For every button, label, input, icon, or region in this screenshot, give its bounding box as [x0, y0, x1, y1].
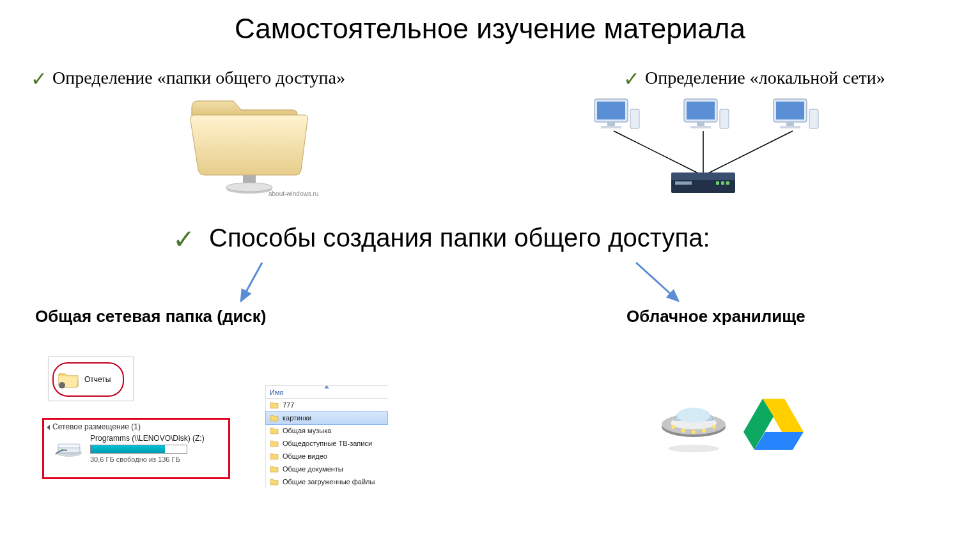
explorer-row-label: Общие загруженные файлы — [283, 478, 375, 486]
folder-share-icon — [58, 370, 81, 389]
folder-icon — [270, 414, 279, 422]
explorer-row: Общие документы — [266, 463, 387, 475]
explorer-row: 777 — [266, 399, 387, 411]
svg-point-42 — [692, 430, 696, 434]
check-icon: ✓ — [31, 70, 47, 89]
explorer-row-label: Общие документы — [283, 465, 343, 473]
svg-line-5 — [703, 131, 793, 176]
check-icon: ✓ — [623, 70, 640, 89]
svg-point-41 — [681, 429, 685, 433]
folder-icon — [270, 452, 279, 460]
svg-point-39 — [677, 408, 710, 423]
subhead-cloud: Облачное хранилище — [626, 307, 805, 326]
network-drive-icon — [54, 439, 84, 458]
svg-rect-18 — [786, 122, 794, 126]
sort-indicator-icon — [324, 385, 329, 388]
explorer-row: Общие видео — [266, 450, 387, 463]
bullet-text: Определение «папки общего доступа» — [52, 68, 345, 88]
explorer-column-label: Имя — [270, 388, 283, 396]
network-location-panel: Сетевое размещение (1) Programms (\\LENO… — [42, 418, 230, 479]
explorer-row: картинки — [265, 411, 388, 425]
explorer-column-header: Имя — [266, 386, 387, 399]
svg-rect-15 — [720, 109, 729, 128]
network-drive-meta: Programms (\\LENOVO\Disk) (Z:) 30,6 ГБ с… — [90, 434, 205, 463]
folder-icon — [270, 427, 279, 434]
folder-icon — [270, 440, 279, 447]
explorer-row-label: картинки — [283, 414, 311, 422]
explorer-row: Общие загруженные файлы — [266, 475, 387, 488]
lan-network-icon — [575, 93, 831, 201]
bullet-lan-def: ✓Определение «локальной сети» — [623, 68, 885, 89]
svg-rect-13 — [697, 122, 704, 126]
network-drive-row: Programms (\\LENOVO\Disk) (Z:) 30,6 ГБ с… — [44, 433, 228, 463]
collapse-triangle-icon — [47, 425, 50, 430]
explorer-listing: Имя 777картинкиОбщая музыкаОбщедоступные… — [265, 385, 387, 488]
network-location-header: Сетевое размещение (1) — [44, 420, 228, 433]
capacity-bar — [90, 445, 187, 454]
svg-rect-33 — [58, 444, 80, 448]
bullet-ways: ✓Способы создания папки общего доступа: — [173, 224, 710, 253]
slide-title: Самостоятельное изучение материала — [0, 13, 980, 45]
svg-point-2 — [226, 183, 272, 192]
svg-rect-10 — [630, 109, 639, 128]
explorer-row: Общедоступные ТВ-записи — [266, 437, 387, 450]
svg-point-35 — [668, 445, 719, 452]
svg-rect-12 — [687, 102, 715, 119]
yandex-disk-ufo-icon — [655, 396, 732, 454]
svg-rect-23 — [716, 181, 719, 185]
explorer-row: Общая музыка — [266, 424, 387, 437]
subhead-network-share: Общая сетевая папка (диск) — [35, 307, 267, 326]
capacity-bar-fill — [91, 445, 165, 453]
svg-rect-9 — [601, 126, 621, 128]
svg-rect-14 — [690, 126, 711, 128]
shared-folder-icon — [179, 89, 320, 201]
explorer-row-label: 777 — [283, 401, 294, 409]
arrow-icon — [630, 259, 687, 310]
network-drive-name: Programms (\\LENOVO\Disk) (Z:) — [90, 434, 205, 443]
report-folder-screenshot: Отчеты — [48, 356, 134, 401]
svg-rect-8 — [607, 122, 615, 126]
svg-rect-7 — [597, 102, 625, 119]
explorer-row-label: Общедоступные ТВ-записи — [283, 440, 372, 447]
folder-icon — [270, 465, 279, 473]
network-location-header-text: Сетевое размещение (1) — [52, 422, 141, 431]
svg-rect-26 — [675, 181, 692, 185]
folder-icon — [270, 478, 279, 486]
arrow-icon — [233, 259, 272, 310]
svg-line-3 — [614, 131, 703, 176]
report-folder-label: Отчеты — [84, 375, 111, 384]
svg-rect-22 — [671, 172, 735, 180]
report-folder-highlight: Отчеты — [52, 362, 124, 397]
svg-rect-25 — [726, 181, 729, 185]
bullet-text: Определение «локальной сети» — [645, 68, 885, 88]
network-drive-free: 30,6 ГБ свободно из 136 ГБ — [90, 456, 205, 463]
bullet-shared-folder-def: ✓Определение «папки общего доступа» — [31, 68, 345, 89]
svg-point-43 — [702, 429, 706, 433]
explorer-rows: 777картинкиОбщая музыкаОбщедоступные ТВ-… — [266, 399, 387, 488]
explorer-row-label: Общие видео — [283, 452, 327, 460]
explorer-row-label: Общая музыка — [283, 427, 331, 434]
image-credit: about-windows.ru — [268, 190, 318, 197]
svg-rect-30 — [60, 384, 64, 388]
slide: Самостоятельное изучение материала ✓Опре… — [0, 0, 980, 552]
google-drive-icon — [742, 395, 805, 452]
check-icon: ✓ — [173, 226, 195, 253]
svg-point-40 — [671, 425, 675, 429]
svg-line-28 — [636, 263, 678, 301]
svg-point-44 — [712, 425, 716, 429]
bullet-text: Способы создания папки общего доступа: — [209, 224, 710, 252]
folder-icon — [270, 401, 279, 409]
svg-line-27 — [241, 263, 262, 301]
svg-rect-24 — [721, 181, 724, 185]
svg-rect-17 — [776, 102, 804, 119]
svg-rect-20 — [809, 109, 818, 128]
svg-rect-19 — [780, 126, 800, 128]
